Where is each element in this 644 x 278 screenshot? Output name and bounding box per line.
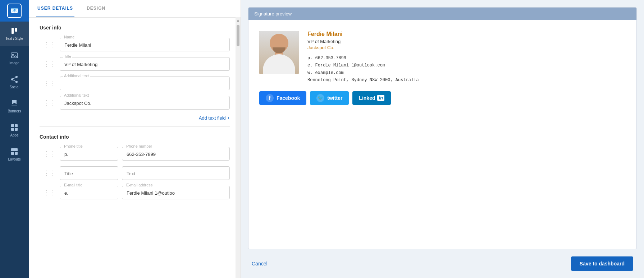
linkedin-btn[interactable]: Linked in: [352, 91, 391, 105]
form-scrollbar: ▲: [236, 17, 241, 278]
contact-title-2-group: [60, 166, 118, 180]
drag-handle-email[interactable]: ⋮⋮: [43, 189, 56, 196]
additional-text-2-group: Additional text: [60, 96, 230, 110]
facebook-icon: f: [266, 94, 274, 102]
save-button[interactable]: Save to dashboard: [571, 256, 633, 271]
cancel-button[interactable]: Cancel: [252, 261, 268, 267]
phone-title-input[interactable]: [64, 152, 114, 157]
svg-rect-9: [12, 106, 17, 106]
additional-text-1-group: Additional text: [60, 77, 230, 90]
drag-handle-additional-2[interactable]: ⋮⋮: [43, 99, 56, 107]
sidebar-item-banners[interactable]: Banners: [0, 94, 29, 118]
email-title-input[interactable]: [64, 190, 114, 196]
user-info-title: User info: [40, 25, 230, 31]
phone-title-group: Phone title: [60, 147, 118, 161]
svg-line-7: [13, 80, 16, 82]
contact-title-2-input[interactable]: [64, 171, 114, 176]
svg-line-8: [13, 78, 16, 79]
email-address-input[interactable]: [127, 190, 225, 196]
title-field-row: ⋮⋮ Title: [40, 57, 230, 71]
email-address-group: E-mail address: [122, 186, 230, 199]
svg-rect-1: [15, 28, 17, 32]
twitter-btn[interactable]: 🐦 twitter: [310, 91, 349, 105]
phone-number-input[interactable]: [127, 152, 225, 157]
svg-rect-10: [11, 124, 14, 127]
title-label: Title: [63, 54, 72, 59]
additional-text-1-row: ⋮⋮ Additional text: [40, 77, 230, 90]
contact-info-title: Contact info: [40, 134, 230, 140]
preview-panel: Signature preview Ferdie Milani: [241, 0, 644, 278]
sig-avatar: [259, 31, 299, 74]
form-tabs: USER DETAILS DESIGN: [29, 0, 241, 18]
preview-actions: Cancel Save to dashboard: [248, 256, 637, 271]
sig-phone: p. 662-353-7899: [307, 55, 419, 62]
sig-website: w. example.com: [307, 69, 419, 77]
email-title-label: E-mail title: [63, 183, 83, 187]
sig-info: Ferdie Milani VP of Marketing Jackspot C…: [307, 31, 419, 84]
svg-rect-16: [15, 152, 18, 155]
additional-text-2-input[interactable]: [64, 101, 225, 106]
scrollbar-thumb[interactable]: [237, 25, 239, 46]
tab-user-details[interactable]: USER DETAILS: [36, 0, 74, 17]
phone-number-group: Phone number: [122, 147, 230, 161]
title-input[interactable]: [64, 62, 225, 67]
contact-text-2-group: [122, 166, 230, 180]
additional-text-2-label: Additional text: [63, 93, 90, 97]
sidebar-item-label: Apps: [10, 133, 19, 137]
contact-info-section: Contact info ⋮⋮ Phone title Phone number…: [40, 134, 230, 199]
scroll-up-arrow[interactable]: ▲: [235, 17, 241, 23]
name-label: Name: [63, 35, 76, 39]
svg-rect-0: [12, 28, 14, 34]
sidebar-item-text-style[interactable]: Text / Style: [0, 22, 29, 46]
email-address-label: E-mail address: [125, 183, 154, 187]
contact-row-2: ⋮⋮: [40, 166, 230, 180]
linkedin-in-badge: in: [377, 95, 384, 101]
sidebar-item-layouts[interactable]: Layouts: [0, 142, 29, 166]
image-icon: [10, 51, 19, 60]
email-title-group: E-mail title: [60, 186, 118, 199]
sidebar-item-label: Image: [9, 61, 19, 65]
sidebar-item-label: Social: [9, 85, 19, 89]
contact-text-2-input[interactable]: [127, 171, 225, 176]
drag-handle-contact-2[interactable]: ⋮⋮: [43, 169, 56, 177]
name-input[interactable]: [64, 42, 225, 48]
drag-handle-phone[interactable]: ⋮⋮: [43, 150, 56, 158]
sig-company: Jackspot Co.: [307, 45, 419, 50]
sidebar-item-label: Banners: [8, 109, 21, 113]
sidebar-item-apps[interactable]: Apps: [0, 118, 29, 142]
add-text-field-btn[interactable]: Add text field +: [40, 115, 230, 121]
sidebar-item-image[interactable]: Image: [0, 46, 29, 70]
sig-title: VP of Marketing: [307, 39, 419, 44]
tab-design[interactable]: DESIGN: [85, 0, 107, 17]
icon-bar: 📧 Text / Style Image Social Banners Apps…: [0, 0, 29, 278]
sidebar-item-social[interactable]: Social: [0, 70, 29, 94]
avatar-beard: [273, 47, 286, 53]
linkedin-label: Linked: [359, 95, 375, 101]
phone-number-label: Phone number: [125, 144, 153, 148]
user-info-section: User info ⋮⋮ Name ⋮⋮ Title ⋮⋮: [40, 25, 230, 121]
drag-handle-name[interactable]: ⋮⋮: [43, 41, 56, 48]
avatar-bg: [259, 31, 299, 74]
title-field-group: Title: [60, 57, 230, 71]
logo-icon: 📧: [7, 4, 22, 18]
sidebar-item-label: Layouts: [8, 157, 20, 161]
svg-rect-12: [11, 128, 14, 131]
drag-handle-title[interactable]: ⋮⋮: [43, 60, 56, 68]
facebook-btn[interactable]: f Facebook: [259, 91, 306, 105]
sig-address: Bennelong Point, Sydney NSW 2000, Austra…: [307, 77, 419, 84]
email-field-row: ⋮⋮ E-mail title E-mail address: [40, 186, 230, 199]
sig-preview-body: Ferdie Milani VP of Marketing Jackspot C…: [248, 20, 636, 116]
additional-text-2-row: ⋮⋮ Additional text: [40, 96, 230, 110]
sig-preview-header: Signature preview: [248, 8, 636, 20]
svg-rect-15: [11, 152, 14, 155]
name-field-group: Name: [60, 38, 230, 51]
name-field-row: ⋮⋮ Name: [40, 38, 230, 51]
twitter-label: twitter: [327, 95, 342, 101]
sidebar-item-label: Text / Style: [6, 37, 23, 41]
sig-contact: p. 662-353-7899 e. Ferdie Milani 1@outlo…: [307, 55, 419, 84]
facebook-label: Facebook: [277, 95, 300, 101]
additional-text-1-input[interactable]: [64, 81, 225, 87]
drag-handle-additional-1[interactable]: ⋮⋮: [43, 79, 56, 87]
logo-area: 📧: [0, 0, 29, 22]
apps-icon: [10, 123, 19, 132]
